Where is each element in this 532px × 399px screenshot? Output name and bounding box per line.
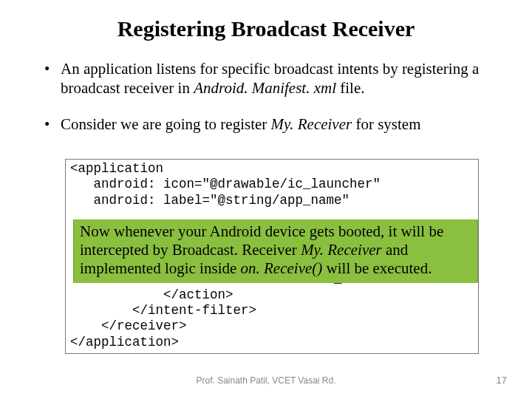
bullet-2: Consider we are going to register My. Re…	[44, 115, 488, 134]
code-line-11: </receiver>	[70, 318, 187, 333]
code-line-2: android: icon="@drawable/ic_launcher"	[70, 177, 381, 191]
slide: Registering Broadcast Receiver An applic…	[0, 0, 532, 399]
bullet-2-text-pre: Consider we are going to register	[61, 115, 271, 133]
callout-it1: My. Receiver	[301, 241, 382, 259]
code-line-10: </intent-filter>	[70, 303, 256, 318]
code-line-3: android: label="@string/app_name"	[70, 193, 349, 208]
bullet-1-text-post: file.	[336, 79, 364, 97]
bullet-1-text-italic: Android. Manifest. xml	[194, 79, 336, 97]
code-line-12: </application>	[70, 335, 179, 349]
bullet-1: An application listens for specific broa…	[44, 59, 488, 98]
bullet-list: An application listens for specific broa…	[44, 59, 488, 134]
callout-box: Now whenever your Android device gets bo…	[73, 219, 478, 283]
slide-title: Registering Broadcast Receiver	[44, 16, 488, 41]
callout-post: will be executed.	[322, 259, 432, 277]
code-line-9: </action>	[70, 287, 233, 302]
bullet-2-text-post: for system	[352, 115, 420, 133]
footer-text: Prof. Sainath Patil, VCET Vasai Rd.	[0, 375, 532, 386]
code-line-1: <application	[70, 161, 163, 176]
page-number: 17	[497, 375, 507, 386]
callout-it2: on. Receive()	[241, 259, 323, 277]
bullet-2-text-italic: My. Receiver	[271, 115, 352, 133]
